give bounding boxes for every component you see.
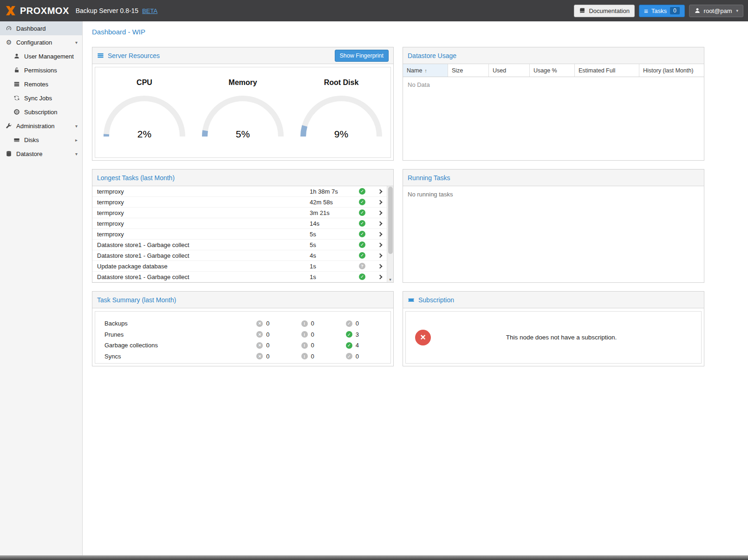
warning-count-icon [301,320,308,327]
server-resources-icon [97,52,104,59]
sidebar-item-subscription[interactable]: Subscription [0,105,82,119]
task-open-chevron-icon[interactable] [374,190,386,193]
task-row[interactable]: termproxy 14s [92,218,387,229]
tasks-label: Tasks [651,7,667,14]
sidebar-item-label: Datastore [16,150,42,157]
chevron-down-icon: ▾ [736,8,738,13]
sidebar-item-dashboard[interactable]: Dashboard [0,21,82,35]
column-label: Size [452,67,463,74]
datastore-table-header: Name Size Used Usage % Estimated Full Hi… [403,64,704,77]
column-header-name[interactable]: Name [403,64,448,77]
running-tasks-panel: Running Tasks No running tasks [403,169,704,283]
ok-count[interactable]: 3 [356,331,359,338]
sidebar-item-administration[interactable]: Administration ▾ [0,119,82,133]
ok-count[interactable]: 4 [356,342,359,349]
sidebar-item-sync-jobs[interactable]: Sync Jobs [0,91,82,105]
brand-wordmark: PROXMOX [20,6,69,16]
task-open-chevron-icon[interactable] [374,254,386,257]
sidebar-item-label: Dashboard [16,25,46,32]
task-duration: 4s [310,252,359,259]
task-status-ok-icon [359,241,365,248]
sync-icon [13,95,20,101]
user-menu-button[interactable]: root@pam ▾ [689,5,743,17]
column-header-size[interactable]: Size [448,64,489,77]
task-row[interactable]: termproxy 5s [92,229,387,240]
documentation-button[interactable]: Documentation [574,5,634,17]
top-bar-actions: Documentation ≡ Tasks 0 root@pam ▾ [574,5,743,17]
warning-count[interactable]: 0 [311,331,314,338]
lifebuoy-icon [13,109,20,115]
warning-count[interactable]: 0 [311,320,314,327]
column-header-estimated-full[interactable]: Estimated Full [575,64,639,77]
scrollbar-thumb[interactable] [388,187,393,254]
error-count[interactable]: 0 [266,331,269,338]
task-row[interactable]: Datastore store1 - Garbage collect 5s [92,240,387,250]
proxmox-logo[interactable]: PROXMOX [5,5,69,17]
caret-down-icon[interactable]: ▾ [75,124,78,129]
task-row[interactable]: termproxy 42m 58s [92,197,387,208]
column-header-used[interactable]: Used [489,64,530,77]
gauge-root-disk: Root Disk 9% [295,78,388,140]
sidebar-item-datastore[interactable]: Datastore ▾ [0,147,82,161]
panel-title: Longest Tasks (last Month) [97,174,175,182]
gauge-value: 9% [295,129,388,140]
sidebar-item-label: Configuration [16,39,52,46]
task-status-ok-icon [359,220,365,227]
task-open-chevron-icon[interactable] [374,211,386,215]
warning-count[interactable]: 0 [311,342,314,349]
error-count-icon [256,353,263,359]
task-open-chevron-icon[interactable] [374,265,386,268]
task-open-chevron-icon[interactable] [374,275,386,279]
tachometer-icon [6,25,12,32]
task-open-chevron-icon[interactable] [374,243,386,247]
task-open-chevron-icon[interactable] [374,201,386,204]
panel-title: Subscription [418,296,454,304]
task-row[interactable]: Datastore store1 - Garbage collect 4s [92,250,387,261]
ok-count[interactable]: 0 [356,320,359,327]
task-name: Update package database [97,263,310,270]
error-count[interactable]: 0 [266,353,269,360]
ok-count-icon [346,342,352,349]
task-duration: 1s [310,273,359,280]
sidebar-item-label: Disks [24,137,39,143]
proxmox-x-icon [5,5,17,17]
sidebar-item-permissions[interactable]: Permissions [0,63,82,77]
no-subscription-icon: × [415,330,431,345]
sidebar-item-configuration[interactable]: ⚙ Configuration ▾ [0,35,82,49]
sidebar-item-disks[interactable]: Disks ▸ [0,133,82,147]
task-name: termproxy [97,231,310,238]
caret-down-icon[interactable]: ▾ [75,151,78,156]
task-duration: 5s [310,241,359,248]
task-row[interactable]: Datastore store1 - Garbage collect 1s [92,272,387,282]
warning-count[interactable]: 0 [311,353,314,360]
caret-right-icon[interactable]: ▸ [75,137,78,143]
task-name: termproxy [97,209,310,216]
task-duration: 3m 21s [310,209,359,216]
beta-link[interactable]: BETA [142,7,157,14]
error-count[interactable]: 0 [266,320,269,327]
caret-down-icon[interactable]: ▾ [75,40,78,45]
tasks-button[interactable]: ≡ Tasks 0 [639,5,685,17]
show-fingerprint-button[interactable]: Show Fingerprint [335,50,389,62]
task-open-chevron-icon[interactable] [374,233,386,236]
sidebar-item-user-management[interactable]: User Management [0,49,82,63]
vertical-scrollbar[interactable]: ▼ [387,186,393,282]
task-row[interactable]: Update package database 1s [92,261,387,272]
scrollbar-down-arrow-icon[interactable]: ▼ [387,278,393,282]
task-row[interactable]: termproxy 1h 38m 7s [92,186,387,197]
subscription-panel: Subscription × This node does not have a… [403,291,704,366]
ok-count[interactable]: 0 [356,353,359,360]
window-bottom-edge [0,555,748,560]
column-header-history[interactable]: History (last Month) [639,64,704,77]
task-row[interactable]: termproxy 3m 21s [92,208,387,218]
error-count[interactable]: 0 [266,342,269,349]
sidebar: Dashboard ⚙ Configuration ▾ User Managem… [0,21,83,555]
ok-count-icon [346,353,352,359]
sidebar-item-remotes[interactable]: Remotes [0,77,82,91]
column-header-usage-percent[interactable]: Usage % [530,64,575,77]
task-open-chevron-icon[interactable] [374,222,386,225]
task-status-ok-icon [359,188,365,195]
longest-tasks-body: termproxy 1h 38m 7s termproxy 42m 58s [92,186,393,282]
summary-row-prunes: Prunes 0 0 3 [104,329,390,340]
task-summary-header: Task Summary (last Month) [92,292,393,308]
